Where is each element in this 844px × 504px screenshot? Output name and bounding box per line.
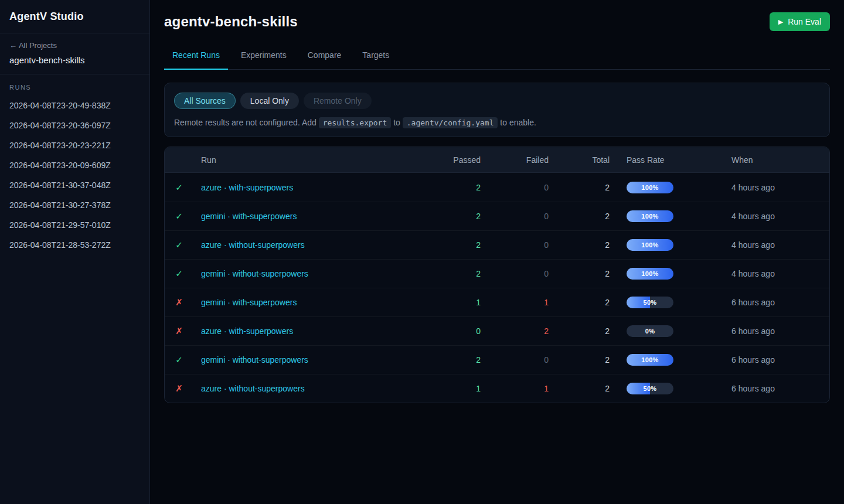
run-cell: azure · with-superpowers — [193, 183, 428, 192]
filter-remote-only-button[interactable]: Remote Only — [304, 93, 372, 109]
run-cell: gemini · with-superpowers — [193, 298, 428, 307]
column-header-run: Run — [193, 155, 428, 165]
sidebar-run-item[interactable]: 2026-04-08T23-20-49-838Z — [0, 96, 149, 115]
run-cell: azure · without-superpowers — [193, 384, 428, 393]
run-link[interactable]: gemini · with-superpowers — [201, 212, 297, 221]
play-icon: ▶ — [778, 19, 783, 25]
page-title: agentv-bench-skills — [164, 13, 298, 30]
table-row: ✓azure · without-superpowers202100%4 hou… — [165, 230, 829, 259]
when-cell: 4 hours ago — [715, 212, 829, 221]
pass-rate-label: 100% — [627, 239, 673, 251]
sidebar-run-item[interactable]: 2026-04-08T21-30-27-378Z — [0, 195, 149, 215]
filter-local-only-button[interactable]: Local Only — [240, 93, 299, 109]
passed-count: 2 — [428, 240, 481, 250]
column-header-passed: Passed — [428, 155, 481, 165]
back-all-projects-link[interactable]: ← All Projects — [9, 41, 140, 50]
run-link[interactable]: gemini · with-superpowers — [201, 298, 297, 307]
table-row: ✓gemini · with-superpowers202100%4 hours… — [165, 202, 829, 230]
run-cell: azure · without-superpowers — [193, 240, 428, 250]
pass-rate-label: 50% — [627, 383, 673, 394]
failed-count: 0 — [481, 212, 549, 221]
pass-icon: ✓ — [165, 355, 193, 365]
column-header-total: Total — [549, 155, 610, 165]
main-content: agentv-bench-skills ▶ Run Eval Recent Ru… — [150, 0, 844, 504]
pass-rate-cell: 100% — [610, 268, 715, 280]
run-cell: gemini · without-superpowers — [193, 269, 428, 278]
runs-table-body: ✓azure · with-superpowers202100%4 hours … — [165, 173, 829, 403]
table-row: ✓gemini · without-superpowers202100%4 ho… — [165, 259, 829, 288]
total-count: 2 — [549, 269, 610, 278]
run-link[interactable]: azure · without-superpowers — [201, 384, 305, 393]
sidebar-run-item[interactable]: 2026-04-08T21-30-37-048Z — [0, 175, 149, 195]
run-link[interactable]: azure · with-superpowers — [201, 326, 293, 336]
sidebar-project-section: ← All Projects agentv-bench-skills — [0, 33, 149, 74]
run-link[interactable]: gemini · without-superpowers — [201, 269, 308, 278]
when-cell: 6 hours ago — [715, 355, 829, 365]
pass-rate-bar: 100% — [627, 210, 673, 222]
tab-targets[interactable]: Targets — [354, 46, 397, 70]
failed-count: 1 — [481, 384, 549, 393]
pass-rate-bar: 100% — [627, 182, 673, 193]
note-text: to — [391, 118, 402, 127]
note-text: Remote results are not configured. Add — [174, 118, 319, 127]
pass-rate-bar: 0% — [627, 325, 673, 337]
sidebar: AgentV Studio ← All Projects agentv-benc… — [0, 0, 150, 504]
tab-bar: Recent RunsExperimentsCompareTargets — [164, 46, 830, 70]
filter-all-sources-button[interactable]: All Sources — [174, 93, 236, 109]
app-title: AgentV Studio — [9, 11, 140, 23]
table-row: ✗azure · without-superpowers11250%6 hour… — [165, 374, 829, 403]
pass-rate-cell: 100% — [610, 182, 715, 193]
pass-rate-cell: 100% — [610, 239, 715, 251]
total-count: 2 — [549, 183, 610, 192]
note-text: to enable. — [498, 118, 536, 127]
pass-icon: ✓ — [165, 268, 193, 279]
run-cell: azure · with-superpowers — [193, 326, 428, 336]
pass-rate-bar: 50% — [627, 297, 673, 308]
sidebar-run-item[interactable]: 2026-04-08T23-20-36-097Z — [0, 115, 149, 135]
pass-rate-label: 100% — [627, 210, 673, 222]
run-eval-label: Run Eval — [788, 17, 821, 26]
when-cell: 6 hours ago — [715, 384, 829, 393]
tab-recent-runs[interactable]: Recent Runs — [164, 46, 228, 70]
column-header-when: When — [715, 155, 829, 165]
failed-count: 0 — [481, 355, 549, 365]
run-link[interactable]: azure · without-superpowers — [201, 240, 305, 250]
table-row: ✗gemini · with-superpowers11250%6 hours … — [165, 288, 829, 316]
when-cell: 4 hours ago — [715, 183, 829, 192]
failed-count: 1 — [481, 298, 549, 307]
pass-rate-bar: 100% — [627, 268, 673, 280]
total-count: 2 — [549, 240, 610, 250]
runs-section-label: RUNS — [0, 81, 149, 96]
sidebar-header: AgentV Studio — [0, 0, 149, 33]
run-link[interactable]: azure · with-superpowers — [201, 183, 293, 192]
pass-rate-bar: 100% — [627, 239, 673, 251]
pass-rate-cell: 0% — [610, 325, 715, 337]
tab-compare[interactable]: Compare — [300, 46, 350, 70]
sidebar-run-item[interactable]: 2026-04-08T23-20-09-609Z — [0, 155, 149, 175]
run-link[interactable]: gemini · without-superpowers — [201, 355, 308, 365]
sidebar-run-item[interactable]: 2026-04-08T21-28-53-272Z — [0, 235, 149, 255]
passed-count: 1 — [428, 384, 481, 393]
failed-count: 0 — [481, 183, 549, 192]
pass-rate-bar: 50% — [627, 383, 673, 394]
run-cell: gemini · with-superpowers — [193, 212, 428, 221]
pass-rate-label: 100% — [627, 268, 673, 280]
tab-experiments[interactable]: Experiments — [233, 46, 295, 70]
total-count: 2 — [549, 384, 610, 393]
pass-rate-cell: 100% — [610, 210, 715, 222]
pass-rate-label: 100% — [627, 354, 673, 366]
page-header: agentv-bench-skills ▶ Run Eval — [164, 0, 830, 31]
pass-rate-label: 50% — [627, 297, 673, 308]
when-cell: 4 hours ago — [715, 269, 829, 278]
sidebar-run-item[interactable]: 2026-04-08T21-29-57-010Z — [0, 215, 149, 235]
when-cell: 6 hours ago — [715, 298, 829, 307]
pass-rate-bar: 100% — [627, 354, 673, 366]
run-eval-button[interactable]: ▶ Run Eval — [770, 12, 830, 31]
passed-count: 2 — [428, 355, 481, 365]
pass-icon: ✓ — [165, 211, 193, 222]
pass-rate-label: 0% — [627, 325, 673, 337]
total-count: 2 — [549, 326, 610, 336]
sidebar-run-item[interactable]: 2026-04-08T23-20-23-221Z — [0, 135, 149, 155]
fail-icon: ✗ — [165, 326, 193, 336]
when-cell: 6 hours ago — [715, 326, 829, 336]
